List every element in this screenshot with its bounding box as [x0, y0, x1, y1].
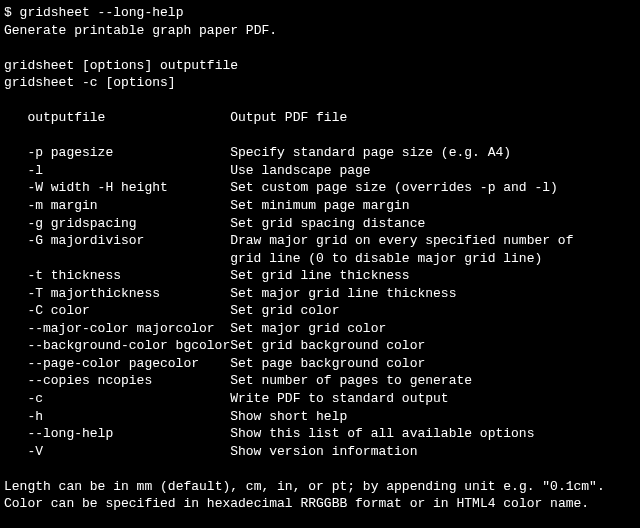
option-row: -C colorSet grid color	[27, 302, 636, 320]
option-description: Show this list of all available options	[230, 425, 636, 443]
option-row: -T majorthicknessSet major grid line thi…	[27, 285, 636, 303]
option-key: --long-help	[27, 425, 230, 443]
command-line: $ gridsheet --long-help	[4, 4, 636, 22]
option-description: Set grid spacing distance	[230, 215, 636, 233]
option-row: -p pagesizeSpecify standard page size (e…	[27, 144, 636, 162]
notes-line-1: Length can be in mm (default), cm, in, o…	[4, 478, 636, 496]
option-key: -G majordivisor	[27, 232, 230, 250]
usage-line-2: gridsheet -c [options]	[4, 74, 636, 92]
option-row: -W width -H heightSet custom page size (…	[27, 179, 636, 197]
option-description: Set major grid color	[230, 320, 636, 338]
option-key: -c	[27, 390, 230, 408]
option-key: --copies ncopies	[27, 372, 230, 390]
summary-line: Generate printable graph paper PDF.	[4, 22, 636, 40]
option-row: -hShow short help	[27, 408, 636, 426]
option-row: --major-color majorcolorSet major grid c…	[27, 320, 636, 338]
option-row: outputfileOutput PDF file	[27, 109, 636, 127]
option-row: --background-color bgcolorSet grid backg…	[27, 337, 636, 355]
option-description: Draw major grid on every specified numbe…	[230, 232, 636, 250]
option-description: Write PDF to standard output	[230, 390, 636, 408]
option-row: -m marginSet minimum page margin	[27, 197, 636, 215]
option-key: --page-color pagecolor	[27, 355, 230, 373]
blank-line	[4, 39, 636, 57]
option-key: -C color	[27, 302, 230, 320]
option-row: -t thicknessSet grid line thickness	[27, 267, 636, 285]
option-description: Set grid color	[230, 302, 636, 320]
option-key: -g gridspacing	[27, 215, 230, 233]
option-description: Set grid line thickness	[230, 267, 636, 285]
option-description: Set page background color	[230, 355, 636, 373]
blank-line	[4, 460, 636, 478]
notes-line-2: Color can be specified in hexadecimal RR…	[4, 495, 636, 513]
option-description: Set number of pages to generate	[230, 372, 636, 390]
option-description: Specify standard page size (e.g. A4)	[230, 144, 636, 162]
options-table: outputfileOutput PDF file-p pagesizeSpec…	[4, 109, 636, 460]
option-key: --major-color majorcolor	[27, 320, 230, 338]
option-key: -W width -H height	[27, 179, 230, 197]
blank-line	[4, 92, 636, 110]
option-key: -l	[27, 162, 230, 180]
option-row: -g gridspacingSet grid spacing distance	[27, 215, 636, 233]
option-row-cont: grid line (0 to disable major grid line)	[27, 250, 636, 268]
option-description: Show version information	[230, 443, 636, 461]
option-key: outputfile	[27, 109, 230, 127]
option-key: -T majorthickness	[27, 285, 230, 303]
option-row: --copies ncopiesSet number of pages to g…	[27, 372, 636, 390]
option-row: -G majordivisorDraw major grid on every …	[27, 232, 636, 250]
option-description: Use landscape page	[230, 162, 636, 180]
option-description: Show short help	[230, 408, 636, 426]
option-key: -V	[27, 443, 230, 461]
blank-line	[4, 513, 636, 528]
usage-line-1: gridsheet [options] outputfile	[4, 57, 636, 75]
blank-line	[27, 127, 636, 145]
option-row: -lUse landscape page	[27, 162, 636, 180]
option-key: --background-color bgcolor	[27, 337, 230, 355]
option-description: Set minimum page margin	[230, 197, 636, 215]
option-description: Output PDF file	[230, 109, 636, 127]
option-row: --long-helpShow this list of all availab…	[27, 425, 636, 443]
option-description: Set custom page size (overrides -p and -…	[230, 179, 636, 197]
option-key: -p pagesize	[27, 144, 230, 162]
option-row: --page-color pagecolorSet page backgroun…	[27, 355, 636, 373]
option-description-cont: grid line (0 to disable major grid line)	[230, 250, 636, 268]
option-key: -h	[27, 408, 230, 426]
option-description: Set major grid line thickness	[230, 285, 636, 303]
option-key-empty	[27, 250, 230, 268]
option-key: -t thickness	[27, 267, 230, 285]
option-description: Set grid background color	[230, 337, 636, 355]
option-key: -m margin	[27, 197, 230, 215]
option-row: -VShow version information	[27, 443, 636, 461]
option-row: -cWrite PDF to standard output	[27, 390, 636, 408]
